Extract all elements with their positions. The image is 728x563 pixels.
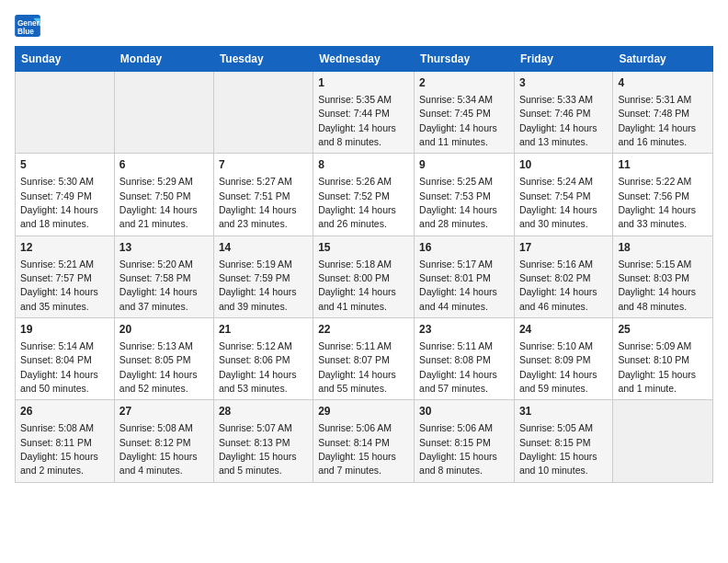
day-detail: Sunrise: 5:30 AM Sunset: 7:49 PM Dayligh… bbox=[20, 176, 98, 229]
day-number: 3 bbox=[519, 75, 608, 91]
day-number: 22 bbox=[318, 322, 409, 338]
calendar-week-row: 1Sunrise: 5:35 AM Sunset: 7:44 PM Daylig… bbox=[16, 72, 713, 154]
day-detail: Sunrise: 5:16 AM Sunset: 8:02 PM Dayligh… bbox=[519, 259, 597, 312]
calendar-cell: 30Sunrise: 5:06 AM Sunset: 8:15 PM Dayli… bbox=[415, 400, 515, 482]
calendar-week-row: 19Sunrise: 5:14 AM Sunset: 8:04 PM Dayli… bbox=[16, 318, 713, 400]
calendar-week-row: 5Sunrise: 5:30 AM Sunset: 7:49 PM Daylig… bbox=[16, 154, 713, 236]
day-number: 2 bbox=[419, 75, 509, 91]
calendar-cell: 10Sunrise: 5:24 AM Sunset: 7:54 PM Dayli… bbox=[514, 154, 612, 236]
header: General Blue bbox=[15, 15, 713, 37]
svg-text:Blue: Blue bbox=[17, 27, 34, 36]
day-number: 14 bbox=[219, 240, 308, 256]
day-detail: Sunrise: 5:35 AM Sunset: 7:44 PM Dayligh… bbox=[318, 94, 396, 147]
day-number: 28 bbox=[219, 404, 308, 419]
calendar-cell: 24Sunrise: 5:10 AM Sunset: 8:09 PM Dayli… bbox=[514, 318, 612, 400]
day-detail: Sunrise: 5:20 AM Sunset: 7:58 PM Dayligh… bbox=[119, 259, 198, 312]
generalblue-logo-icon: General Blue bbox=[15, 15, 40, 37]
calendar-week-row: 12Sunrise: 5:21 AM Sunset: 7:57 PM Dayli… bbox=[16, 236, 713, 317]
calendar-cell: 31Sunrise: 5:05 AM Sunset: 8:15 PM Dayli… bbox=[514, 400, 612, 482]
day-detail: Sunrise: 5:22 AM Sunset: 7:56 PM Dayligh… bbox=[618, 176, 696, 229]
calendar-cell: 2Sunrise: 5:34 AM Sunset: 7:45 PM Daylig… bbox=[415, 72, 515, 154]
day-detail: Sunrise: 5:10 AM Sunset: 8:09 PM Dayligh… bbox=[519, 340, 597, 394]
day-number: 20 bbox=[119, 322, 209, 338]
calendar-cell: 19Sunrise: 5:14 AM Sunset: 8:04 PM Dayli… bbox=[16, 318, 115, 400]
day-number: 1 bbox=[318, 75, 409, 91]
day-detail: Sunrise: 5:31 AM Sunset: 7:48 PM Dayligh… bbox=[618, 94, 696, 147]
calendar-cell: 7Sunrise: 5:27 AM Sunset: 7:51 PM Daylig… bbox=[213, 154, 313, 236]
calendar-header-row: SundayMondayTuesdayWednesdayThursdayFrid… bbox=[16, 47, 713, 72]
calendar-cell: 11Sunrise: 5:22 AM Sunset: 7:56 PM Dayli… bbox=[613, 154, 713, 236]
calendar-cell: 6Sunrise: 5:29 AM Sunset: 7:50 PM Daylig… bbox=[114, 154, 213, 236]
calendar-cell bbox=[613, 400, 713, 482]
day-detail: Sunrise: 5:12 AM Sunset: 8:06 PM Dayligh… bbox=[219, 340, 297, 394]
calendar-cell: 27Sunrise: 5:08 AM Sunset: 8:12 PM Dayli… bbox=[114, 400, 213, 482]
header-wednesday: Wednesday bbox=[313, 47, 415, 72]
calendar-cell: 18Sunrise: 5:15 AM Sunset: 8:03 PM Dayli… bbox=[613, 236, 713, 317]
calendar-table: SundayMondayTuesdayWednesdayThursdayFrid… bbox=[15, 46, 713, 483]
day-detail: Sunrise: 5:14 AM Sunset: 8:04 PM Dayligh… bbox=[20, 340, 98, 394]
day-detail: Sunrise: 5:29 AM Sunset: 7:50 PM Dayligh… bbox=[119, 176, 198, 229]
calendar-cell: 13Sunrise: 5:20 AM Sunset: 7:58 PM Dayli… bbox=[114, 236, 213, 317]
calendar-cell: 4Sunrise: 5:31 AM Sunset: 7:48 PM Daylig… bbox=[613, 72, 713, 154]
day-number: 8 bbox=[318, 157, 409, 173]
calendar-cell: 9Sunrise: 5:25 AM Sunset: 7:53 PM Daylig… bbox=[415, 154, 515, 236]
calendar-cell: 8Sunrise: 5:26 AM Sunset: 7:52 PM Daylig… bbox=[313, 154, 415, 236]
day-number: 27 bbox=[119, 404, 209, 419]
day-number: 29 bbox=[318, 404, 409, 419]
day-detail: Sunrise: 5:07 AM Sunset: 8:13 PM Dayligh… bbox=[219, 422, 297, 476]
day-number: 4 bbox=[618, 75, 708, 91]
day-detail: Sunrise: 5:11 AM Sunset: 8:07 PM Dayligh… bbox=[318, 340, 396, 394]
day-detail: Sunrise: 5:05 AM Sunset: 8:15 PM Dayligh… bbox=[519, 422, 597, 476]
header-friday: Friday bbox=[514, 47, 612, 72]
day-detail: Sunrise: 5:21 AM Sunset: 7:57 PM Dayligh… bbox=[20, 259, 98, 312]
day-number: 10 bbox=[519, 157, 608, 173]
calendar-cell: 21Sunrise: 5:12 AM Sunset: 8:06 PM Dayli… bbox=[213, 318, 313, 400]
header-thursday: Thursday bbox=[415, 47, 515, 72]
day-detail: Sunrise: 5:09 AM Sunset: 8:10 PM Dayligh… bbox=[618, 340, 696, 394]
day-detail: Sunrise: 5:11 AM Sunset: 8:08 PM Dayligh… bbox=[419, 340, 497, 394]
calendar-cell bbox=[213, 72, 313, 154]
calendar-cell: 22Sunrise: 5:11 AM Sunset: 8:07 PM Dayli… bbox=[313, 318, 415, 400]
day-number: 12 bbox=[20, 240, 109, 256]
day-number: 11 bbox=[618, 157, 708, 173]
day-number: 13 bbox=[119, 240, 209, 256]
day-detail: Sunrise: 5:34 AM Sunset: 7:45 PM Dayligh… bbox=[419, 94, 497, 147]
calendar-cell: 15Sunrise: 5:18 AM Sunset: 8:00 PM Dayli… bbox=[313, 236, 415, 317]
day-detail: Sunrise: 5:06 AM Sunset: 8:14 PM Dayligh… bbox=[318, 422, 396, 476]
day-number: 9 bbox=[419, 157, 509, 173]
calendar-cell: 25Sunrise: 5:09 AM Sunset: 8:10 PM Dayli… bbox=[613, 318, 713, 400]
header-tuesday: Tuesday bbox=[213, 47, 313, 72]
day-detail: Sunrise: 5:24 AM Sunset: 7:54 PM Dayligh… bbox=[519, 176, 597, 229]
header-monday: Monday bbox=[114, 47, 213, 72]
calendar-cell bbox=[16, 72, 115, 154]
day-detail: Sunrise: 5:25 AM Sunset: 7:53 PM Dayligh… bbox=[419, 176, 497, 229]
calendar-cell: 5Sunrise: 5:30 AM Sunset: 7:49 PM Daylig… bbox=[16, 154, 115, 236]
day-number: 25 bbox=[618, 322, 708, 338]
day-number: 18 bbox=[618, 240, 708, 256]
calendar-cell bbox=[114, 72, 213, 154]
day-detail: Sunrise: 5:08 AM Sunset: 8:12 PM Dayligh… bbox=[119, 422, 198, 476]
logo: General Blue bbox=[15, 15, 40, 37]
day-number: 23 bbox=[419, 322, 509, 338]
day-detail: Sunrise: 5:06 AM Sunset: 8:15 PM Dayligh… bbox=[419, 422, 497, 476]
day-number: 19 bbox=[20, 322, 109, 338]
calendar-cell: 28Sunrise: 5:07 AM Sunset: 8:13 PM Dayli… bbox=[213, 400, 313, 482]
calendar-cell: 12Sunrise: 5:21 AM Sunset: 7:57 PM Dayli… bbox=[16, 236, 115, 317]
calendar-cell: 29Sunrise: 5:06 AM Sunset: 8:14 PM Dayli… bbox=[313, 400, 415, 482]
day-number: 21 bbox=[219, 322, 308, 338]
day-number: 6 bbox=[119, 157, 209, 173]
calendar-cell: 3Sunrise: 5:33 AM Sunset: 7:46 PM Daylig… bbox=[514, 72, 612, 154]
day-detail: Sunrise: 5:18 AM Sunset: 8:00 PM Dayligh… bbox=[318, 259, 396, 312]
calendar-cell: 20Sunrise: 5:13 AM Sunset: 8:05 PM Dayli… bbox=[114, 318, 213, 400]
calendar-cell: 16Sunrise: 5:17 AM Sunset: 8:01 PM Dayli… bbox=[415, 236, 515, 317]
day-detail: Sunrise: 5:15 AM Sunset: 8:03 PM Dayligh… bbox=[618, 259, 696, 312]
day-number: 26 bbox=[20, 404, 109, 419]
day-detail: Sunrise: 5:19 AM Sunset: 7:59 PM Dayligh… bbox=[219, 259, 297, 312]
header-sunday: Sunday bbox=[16, 47, 115, 72]
calendar-cell: 14Sunrise: 5:19 AM Sunset: 7:59 PM Dayli… bbox=[213, 236, 313, 317]
day-number: 5 bbox=[20, 157, 109, 173]
day-detail: Sunrise: 5:26 AM Sunset: 7:52 PM Dayligh… bbox=[318, 176, 396, 229]
calendar-cell: 17Sunrise: 5:16 AM Sunset: 8:02 PM Dayli… bbox=[514, 236, 612, 317]
calendar-cell: 26Sunrise: 5:08 AM Sunset: 8:11 PM Dayli… bbox=[16, 400, 115, 482]
header-saturday: Saturday bbox=[613, 47, 713, 72]
